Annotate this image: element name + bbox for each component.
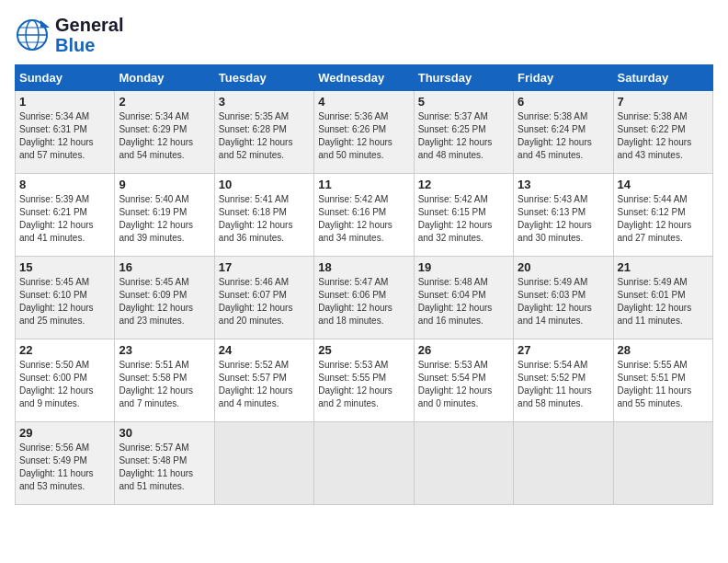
- cell-info: Sunrise: 5:45 AMSunset: 6:10 PMDaylight:…: [19, 276, 110, 327]
- cell-info: Sunrise: 5:53 AMSunset: 5:54 PMDaylight:…: [418, 359, 509, 410]
- calendar-cell: 30Sunrise: 5:57 AMSunset: 5:48 PMDayligh…: [115, 422, 214, 505]
- day-number: 6: [518, 95, 609, 109]
- weekday-header-row: SundayMondayTuesdayWednesdayThursdayFrid…: [16, 65, 713, 91]
- calendar-week-row: 8Sunrise: 5:39 AMSunset: 6:21 PMDaylight…: [16, 174, 713, 257]
- calendar-week-row: 22Sunrise: 5:50 AMSunset: 6:00 PMDayligh…: [16, 339, 713, 422]
- day-number: 14: [618, 178, 709, 191]
- day-number: 29: [19, 426, 110, 440]
- weekday-header: Thursday: [414, 65, 513, 91]
- day-number: 2: [119, 95, 210, 109]
- day-number: 26: [418, 343, 509, 357]
- cell-info: Sunrise: 5:49 AMSunset: 6:03 PMDaylight:…: [518, 276, 609, 327]
- cell-info: Sunrise: 5:37 AMSunset: 6:25 PMDaylight:…: [418, 110, 509, 162]
- calendar-cell: 2Sunrise: 5:34 AMSunset: 6:29 PMDaylight…: [115, 91, 214, 174]
- calendar-cell: 6Sunrise: 5:38 AMSunset: 6:24 PMDaylight…: [514, 91, 613, 174]
- calendar-cell: 1Sunrise: 5:34 AMSunset: 6:31 PMDaylight…: [16, 91, 115, 174]
- cell-info: Sunrise: 5:46 AMSunset: 6:07 PMDaylight:…: [219, 276, 310, 327]
- cell-info: Sunrise: 5:51 AMSunset: 5:58 PMDaylight:…: [119, 359, 210, 410]
- cell-info: Sunrise: 5:36 AMSunset: 6:26 PMDaylight:…: [318, 110, 409, 162]
- cell-info: Sunrise: 5:43 AMSunset: 6:13 PMDaylight:…: [518, 193, 609, 245]
- calendar-cell: 19Sunrise: 5:48 AMSunset: 6:04 PMDayligh…: [414, 257, 513, 339]
- cell-info: Sunrise: 5:39 AMSunset: 6:21 PMDaylight:…: [19, 193, 110, 245]
- day-number: 27: [518, 343, 609, 357]
- day-number: 28: [618, 343, 709, 357]
- cell-info: Sunrise: 5:47 AMSunset: 6:06 PMDaylight:…: [318, 276, 409, 327]
- calendar-cell: 16Sunrise: 5:45 AMSunset: 6:09 PMDayligh…: [115, 257, 214, 339]
- day-number: 17: [219, 260, 310, 274]
- calendar-cell: 13Sunrise: 5:43 AMSunset: 6:13 PMDayligh…: [514, 174, 613, 257]
- weekday-header: Friday: [514, 65, 613, 91]
- day-number: 25: [318, 343, 409, 357]
- calendar-cell: 10Sunrise: 5:41 AMSunset: 6:18 PMDayligh…: [214, 174, 313, 257]
- day-number: 30: [119, 426, 210, 440]
- calendar-cell: 26Sunrise: 5:53 AMSunset: 5:54 PMDayligh…: [414, 339, 513, 422]
- calendar-cell: 22Sunrise: 5:50 AMSunset: 6:00 PMDayligh…: [16, 339, 115, 422]
- cell-info: Sunrise: 5:34 AMSunset: 6:31 PMDaylight:…: [19, 110, 110, 162]
- cell-info: Sunrise: 5:44 AMSunset: 6:12 PMDaylight:…: [618, 193, 709, 245]
- logo: General Blue: [15, 15, 123, 55]
- calendar-cell: 8Sunrise: 5:39 AMSunset: 6:21 PMDaylight…: [16, 174, 115, 257]
- day-number: 22: [19, 343, 110, 357]
- calendar-cell: 23Sunrise: 5:51 AMSunset: 5:58 PMDayligh…: [115, 339, 214, 422]
- day-number: 11: [318, 178, 409, 191]
- day-number: 18: [318, 260, 409, 274]
- day-number: 16: [119, 260, 210, 274]
- cell-info: Sunrise: 5:42 AMSunset: 6:16 PMDaylight:…: [318, 193, 409, 245]
- svg-marker-5: [40, 20, 50, 28]
- cell-info: Sunrise: 5:38 AMSunset: 6:22 PMDaylight:…: [618, 110, 709, 162]
- cell-info: Sunrise: 5:55 AMSunset: 5:51 PMDaylight:…: [618, 359, 709, 410]
- day-number: 4: [318, 95, 409, 109]
- calendar-cell: 25Sunrise: 5:53 AMSunset: 5:55 PMDayligh…: [314, 339, 414, 422]
- weekday-header: Sunday: [16, 65, 115, 91]
- cell-info: Sunrise: 5:34 AMSunset: 6:29 PMDaylight:…: [119, 110, 210, 162]
- cell-info: Sunrise: 5:42 AMSunset: 6:15 PMDaylight:…: [418, 193, 509, 245]
- calendar-cell: 15Sunrise: 5:45 AMSunset: 6:10 PMDayligh…: [16, 257, 115, 339]
- day-number: 12: [418, 178, 509, 191]
- day-number: 20: [518, 260, 609, 274]
- cell-info: Sunrise: 5:38 AMSunset: 6:24 PMDaylight:…: [518, 110, 609, 162]
- calendar-cell: 14Sunrise: 5:44 AMSunset: 6:12 PMDayligh…: [613, 174, 712, 257]
- calendar-cell: [514, 422, 613, 505]
- calendar-week-row: 15Sunrise: 5:45 AMSunset: 6:10 PMDayligh…: [16, 257, 713, 339]
- day-number: 24: [219, 343, 310, 357]
- cell-info: Sunrise: 5:45 AMSunset: 6:09 PMDaylight:…: [119, 276, 210, 327]
- day-number: 3: [219, 95, 310, 109]
- cell-info: Sunrise: 5:57 AMSunset: 5:48 PMDaylight:…: [119, 442, 210, 493]
- cell-info: Sunrise: 5:56 AMSunset: 5:49 PMDaylight:…: [19, 442, 110, 493]
- day-number: 7: [618, 95, 709, 109]
- day-number: 10: [219, 178, 310, 191]
- calendar-cell: [214, 422, 313, 505]
- calendar-cell: 7Sunrise: 5:38 AMSunset: 6:22 PMDaylight…: [613, 91, 712, 174]
- calendar-cell: [613, 422, 712, 505]
- cell-info: Sunrise: 5:54 AMSunset: 5:52 PMDaylight:…: [518, 359, 609, 410]
- calendar-cell: [414, 422, 513, 505]
- calendar-cell: 5Sunrise: 5:37 AMSunset: 6:25 PMDaylight…: [414, 91, 513, 174]
- logo-line1: General: [55, 15, 123, 35]
- calendar-cell: 24Sunrise: 5:52 AMSunset: 5:57 PMDayligh…: [214, 339, 313, 422]
- page-header: General Blue: [15, 15, 713, 55]
- day-number: 23: [119, 343, 210, 357]
- calendar-cell: 18Sunrise: 5:47 AMSunset: 6:06 PMDayligh…: [314, 257, 414, 339]
- cell-info: Sunrise: 5:52 AMSunset: 5:57 PMDaylight:…: [219, 359, 310, 410]
- cell-info: Sunrise: 5:50 AMSunset: 6:00 PMDaylight:…: [19, 359, 110, 410]
- cell-info: Sunrise: 5:48 AMSunset: 6:04 PMDaylight:…: [418, 276, 509, 327]
- logo-icon: [15, 18, 50, 52]
- day-number: 13: [518, 178, 609, 191]
- day-number: 5: [418, 95, 509, 109]
- calendar-cell: 21Sunrise: 5:49 AMSunset: 6:01 PMDayligh…: [613, 257, 712, 339]
- day-number: 21: [618, 260, 709, 274]
- cell-info: Sunrise: 5:35 AMSunset: 6:28 PMDaylight:…: [219, 110, 310, 162]
- day-number: 1: [19, 95, 110, 109]
- calendar-cell: 20Sunrise: 5:49 AMSunset: 6:03 PMDayligh…: [514, 257, 613, 339]
- cell-info: Sunrise: 5:53 AMSunset: 5:55 PMDaylight:…: [318, 359, 409, 410]
- calendar-cell: 4Sunrise: 5:36 AMSunset: 6:26 PMDaylight…: [314, 91, 414, 174]
- calendar-cell: 29Sunrise: 5:56 AMSunset: 5:49 PMDayligh…: [16, 422, 115, 505]
- calendar-week-row: 29Sunrise: 5:56 AMSunset: 5:49 PMDayligh…: [16, 422, 713, 505]
- calendar-cell: 9Sunrise: 5:40 AMSunset: 6:19 PMDaylight…: [115, 174, 214, 257]
- cell-info: Sunrise: 5:40 AMSunset: 6:19 PMDaylight:…: [119, 193, 210, 245]
- calendar-table: SundayMondayTuesdayWednesdayThursdayFrid…: [15, 64, 713, 505]
- weekday-header: Wednesday: [314, 65, 414, 91]
- weekday-header: Tuesday: [214, 65, 313, 91]
- calendar-cell: 28Sunrise: 5:55 AMSunset: 5:51 PMDayligh…: [613, 339, 712, 422]
- day-number: 19: [418, 260, 509, 274]
